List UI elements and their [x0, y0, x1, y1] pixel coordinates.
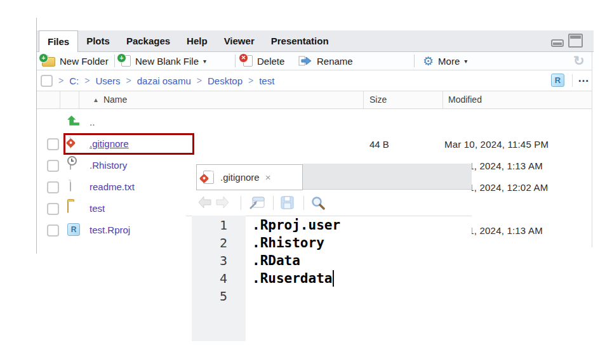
new-file-icon: +	[121, 55, 131, 67]
maximize-icon[interactable]	[568, 34, 583, 48]
separator	[572, 74, 573, 87]
editor-tab-label: .gitignore	[220, 172, 260, 183]
breadcrumb-item-test[interactable]: test	[259, 75, 274, 86]
tab-viewer[interactable]: Viewer	[216, 30, 263, 51]
plus-badge-icon: +	[117, 53, 126, 63]
rename-icon	[298, 55, 312, 67]
row-checkbox[interactable]	[47, 138, 59, 150]
refresh-icon[interactable]: ↻	[573, 53, 585, 68]
separator	[414, 55, 415, 67]
code-line: 4 .Ruserdata	[186, 270, 472, 287]
source-editor-window: .gitignore ×	[186, 160, 472, 341]
parent-dir-row: ..	[37, 112, 592, 133]
gear-icon: ⚙	[423, 55, 434, 67]
new-folder-icon: +	[42, 57, 55, 67]
gitignore-file-icon	[203, 171, 214, 184]
file-link[interactable]: test	[90, 203, 105, 214]
chevron-right-icon: >	[248, 75, 253, 86]
tab-help[interactable]: Help	[178, 30, 216, 51]
close-icon[interactable]: ×	[265, 172, 271, 183]
forward-button[interactable]	[215, 195, 231, 212]
tab-files[interactable]: Files	[39, 30, 78, 52]
separator	[273, 196, 274, 210]
rhistory-file-icon	[67, 159, 83, 172]
row-checkbox[interactable]	[47, 203, 59, 215]
more-button[interactable]: ⚙ More ▾	[423, 52, 467, 70]
more-label: More	[438, 56, 460, 67]
editor-tab-gitignore[interactable]: .gitignore ×	[196, 164, 303, 190]
text-cursor	[333, 270, 334, 287]
separator	[241, 196, 241, 210]
breadcrumb-item-dazai-osamu[interactable]: dazai osamu	[137, 75, 191, 86]
minimize-icon[interactable]	[551, 39, 564, 47]
tab-packages[interactable]: Packages	[118, 30, 178, 51]
up-dir-icon[interactable]	[67, 115, 83, 129]
search-icon[interactable]	[310, 195, 327, 214]
chevron-down-icon: ▾	[464, 58, 467, 65]
column-divider	[79, 91, 79, 108]
sort-ascending-icon: ▲	[93, 96, 99, 103]
file-link[interactable]: readme.txt	[90, 181, 135, 192]
new-blank-file-label: New Blank File	[135, 56, 199, 67]
editor-tab-strip	[302, 164, 472, 190]
rproject-icon[interactable]: R	[551, 74, 564, 87]
chevron-down-icon: ▾	[203, 58, 206, 65]
select-all-checkbox[interactable]	[41, 75, 53, 87]
x-badge-icon: ✕	[239, 53, 248, 63]
separator	[235, 55, 236, 67]
row-checkbox[interactable]	[47, 160, 59, 172]
column-divider	[363, 91, 364, 108]
tab-presentation[interactable]: Presentation	[263, 30, 337, 51]
editor-toolbar	[186, 190, 472, 216]
breadcrumb-bar: > C: > Users > dazai osamu > Desktop > t…	[37, 70, 592, 91]
save-button[interactable]	[280, 195, 295, 213]
folder-icon	[67, 202, 83, 216]
pane-tab-bar: Files Plots Packages Help Viewer Present…	[37, 30, 594, 52]
column-divider	[442, 91, 443, 108]
rename-label: Rename	[317, 56, 353, 67]
back-button[interactable]	[197, 195, 213, 212]
code-line: 5	[186, 287, 472, 305]
open-in-new-window-button[interactable]	[248, 195, 265, 213]
new-blank-file-button[interactable]: + New Blank File ▾	[121, 52, 206, 70]
chevron-right-icon: >	[126, 75, 131, 86]
file-link[interactable]: .Rhistory	[90, 160, 127, 171]
chevron-right-icon: >	[197, 75, 202, 86]
files-toolbar: + New Folder + New Blank File ▾ ✕ Delete…	[37, 52, 592, 70]
new-folder-label: New Folder	[60, 56, 109, 67]
separator	[114, 55, 115, 67]
chevron-right-icon: >	[84, 75, 90, 86]
delete-button[interactable]: ✕ Delete	[243, 52, 284, 70]
rename-button[interactable]: Rename	[298, 52, 353, 70]
breadcrumb-item-desktop[interactable]: Desktop	[208, 75, 243, 86]
code-line: 3 .RData	[186, 252, 472, 270]
tab-plots[interactable]: Plots	[78, 30, 118, 51]
row-checkbox[interactable]	[47, 224, 59, 237]
file-link[interactable]: test.Rproj	[90, 224, 130, 235]
new-folder-button[interactable]: + New Folder	[42, 52, 109, 70]
highlight-box	[63, 133, 194, 155]
plus-badge-icon: +	[39, 53, 48, 63]
column-divider	[60, 91, 60, 108]
breadcrumb: > C: > Users > dazai osamu > Desktop > t…	[41, 70, 274, 91]
pane-right-border	[592, 30, 592, 247]
column-header-name[interactable]: ▲ Name	[93, 94, 127, 105]
column-header-size[interactable]: Size	[369, 94, 387, 105]
delete-label: Delete	[257, 56, 284, 67]
page: Files Plots Packages Help Viewer Present…	[0, 0, 612, 364]
column-header-modified[interactable]: Modified	[448, 94, 482, 105]
row-checkbox[interactable]	[47, 181, 59, 193]
rproj-file-icon: R	[67, 223, 83, 237]
separator	[303, 196, 304, 210]
delete-icon: ✕	[243, 55, 253, 67]
code-line: 2 .Rhistory	[186, 234, 472, 252]
file-table-header: ▲ Name Size Modified	[37, 91, 592, 109]
file-link[interactable]: ..	[90, 117, 95, 127]
breadcrumb-item-c[interactable]: C:	[69, 75, 79, 86]
code-line: 1 .Rproj.user	[186, 216, 472, 234]
chevron-right-icon: >	[58, 75, 63, 86]
breadcrumb-item-users[interactable]: Users	[95, 75, 120, 86]
text-file-icon	[67, 180, 83, 194]
ellipsis-button[interactable]: …	[578, 72, 590, 85]
